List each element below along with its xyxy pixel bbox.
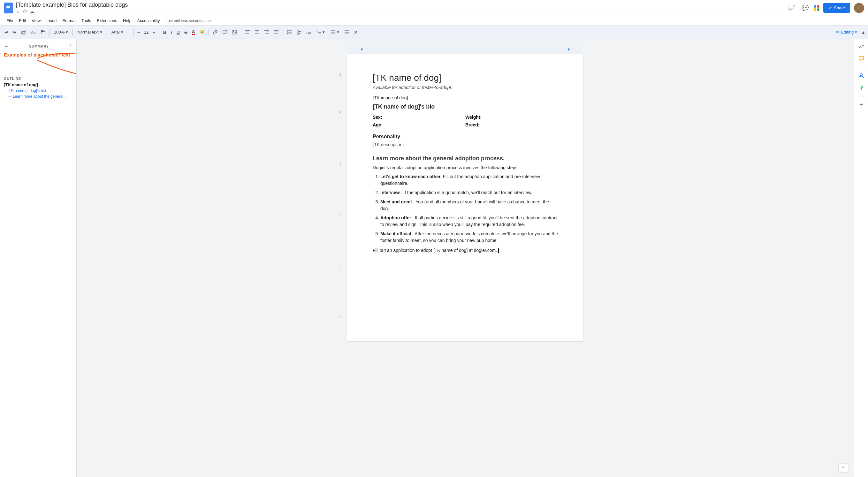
svg-text:ab: ab (201, 31, 204, 34)
menu-edit[interactable]: Edit (16, 17, 28, 24)
doc-personality-heading[interactable]: Personality (373, 134, 558, 139)
rp-contacts-icon[interactable] (856, 70, 866, 81)
menu-insert[interactable]: Insert (44, 17, 59, 24)
outline-item-0[interactable]: [TK name of dog] (4, 83, 72, 87)
highlight-button[interactable]: ab (198, 28, 207, 36)
spell-check-button[interactable]: A (29, 28, 38, 36)
document-page[interactable]: 2 3 4 5 6 7 [TK name of dog] Available f… (347, 54, 584, 341)
star-icon[interactable]: ☆ (16, 9, 20, 14)
font-size-value[interactable]: 12 (143, 30, 150, 34)
font-dropdown[interactable]: Arial ▾ (109, 28, 131, 36)
menu-extensions[interactable]: Extensions (94, 17, 120, 24)
numbered-list-button[interactable]: 1.2. ▾ (314, 28, 327, 36)
document-area[interactable]: ▼ ▼ 2 3 4 5 6 7 [TK name of dog] Availab… (76, 39, 854, 477)
avatar[interactable]: U (854, 3, 864, 13)
undo-button[interactable]: ↩ (3, 28, 10, 36)
cloud-icon[interactable]: ☁ (30, 9, 34, 14)
sidebar-back-button[interactable]: ← (4, 43, 9, 49)
image-button[interactable] (230, 28, 239, 36)
svg-rect-29 (297, 33, 299, 34)
menu-format[interactable]: Format (60, 17, 78, 24)
doc-intro[interactable]: Dogier's regular adoption application pr… (373, 165, 558, 170)
doc-footer-text[interactable]: Fill out an application to adopt [TK nam… (373, 248, 558, 253)
rp-add-icon[interactable]: + (856, 100, 866, 110)
list-item[interactable]: Meet and greet . You (and all members of… (380, 199, 558, 212)
font-size-increase-button[interactable]: + (151, 28, 157, 36)
print-button[interactable] (19, 28, 28, 36)
google-apps-icon[interactable] (814, 5, 819, 11)
history-icon[interactable]: ⏱ (23, 9, 27, 14)
comments-icon[interactable]: 💬 (800, 3, 810, 13)
sidebar-add-button[interactable]: + (69, 43, 72, 50)
toolbar-sep-5 (159, 29, 159, 36)
redo-button[interactable]: ↪ (11, 28, 19, 36)
analytics-icon[interactable]: 📈 (787, 3, 797, 13)
font-color-button[interactable]: A (190, 28, 197, 36)
editing-dropdown-icon: ▾ (855, 30, 857, 34)
checklist-button[interactable] (294, 28, 303, 36)
bullet-list-button[interactable] (304, 28, 313, 36)
comment-button[interactable] (220, 28, 229, 36)
doc-bio-heading[interactable]: [TK name of dog]'s bio (373, 103, 558, 110)
title-icons: ☆ ⏱ ☁ (16, 9, 784, 14)
menu-help[interactable]: Help (120, 17, 134, 24)
text-style-dropdown[interactable]: Normal text ▾ (75, 28, 104, 36)
outline-item-1[interactable]: [TK name of dog]'s bio (4, 89, 72, 93)
doc-image-placeholder[interactable]: [TK image of dog] (373, 95, 558, 100)
menu-accessibility[interactable]: Accessibility (135, 17, 162, 24)
zoom-dropdown[interactable]: 100% ▾ (52, 28, 70, 36)
svg-point-7 (25, 32, 25, 33)
menu-file[interactable]: File (4, 17, 16, 24)
list-item[interactable]: Interview . If the application is a good… (380, 189, 558, 196)
outline-item-2[interactable]: — Learn more about the general ... (4, 94, 72, 99)
list-item[interactable]: Adoption offer . If all parties decide i… (380, 215, 558, 228)
doc-title[interactable]: [Template example] Bios for adoptable do… (16, 2, 784, 8)
link-button[interactable] (211, 28, 220, 36)
align-right-button[interactable] (262, 29, 271, 36)
doc-description-placeholder[interactable]: [TK description] (373, 142, 558, 147)
bold-button[interactable]: B (161, 28, 168, 36)
indent-more-button[interactable]: ▾ (328, 28, 342, 36)
svg-rect-1 (6, 6, 10, 7)
last-edit-status: Last edit was seconds ago (166, 19, 211, 23)
underline-button[interactable]: U (175, 28, 182, 36)
line-spacing-button[interactable] (285, 28, 294, 36)
italic-button[interactable]: I (169, 28, 174, 36)
paint-format-button[interactable] (38, 28, 47, 36)
doc-section-heading[interactable]: Learn more about the general adoption pr… (373, 155, 558, 162)
menu-view[interactable]: View (29, 17, 43, 24)
collapse-toolbar-button[interactable]: ▲ (861, 30, 865, 35)
right-panel: + (854, 39, 868, 477)
menu-tools[interactable]: Tools (79, 17, 94, 24)
list-item[interactable]: Let's get to know each other. Fill out t… (380, 173, 558, 187)
svg-text:A: A (31, 30, 34, 35)
doc-subtitle[interactable]: Available for adoption or foster-to-adop… (373, 85, 558, 90)
svg-rect-3 (6, 9, 9, 9)
rp-analytics-icon[interactable] (856, 41, 866, 52)
editing-mode-button[interactable]: ✏ Editing ▾ (833, 28, 860, 36)
align-center-button[interactable] (253, 29, 261, 36)
bottom-right-button[interactable] (839, 463, 849, 472)
align-left-button[interactable] (243, 29, 252, 36)
font-size-decrease-button[interactable]: − (135, 28, 142, 36)
doc-icon (4, 3, 13, 13)
svg-point-34 (307, 33, 307, 34)
share-button[interactable]: ↗ Share (823, 3, 850, 13)
top-bar: [Template example] Bios for adoptable do… (0, 0, 868, 16)
rp-separator (858, 67, 865, 67)
svg-rect-6 (22, 33, 25, 34)
rp-comments-icon[interactable] (856, 54, 866, 64)
strikethrough-button[interactable]: S (182, 28, 189, 36)
doc-separator (373, 151, 558, 151)
ruler: ▼ ▼ (347, 46, 584, 52)
justify-button[interactable] (272, 29, 281, 36)
svg-rect-11 (232, 30, 237, 34)
summary-label: SUMMARY (29, 44, 49, 48)
clear-formatting-button[interactable]: ✕ (352, 28, 360, 36)
toolbar-sep-4 (133, 29, 133, 36)
doc-heading-1[interactable]: [TK name of dog] (373, 73, 558, 83)
list-item[interactable]: Make it official . After the necessary p… (380, 230, 558, 244)
rp-maps-icon[interactable] (856, 83, 866, 93)
share-icon: ↗ (828, 5, 832, 10)
indent-less-button[interactable] (342, 28, 351, 36)
